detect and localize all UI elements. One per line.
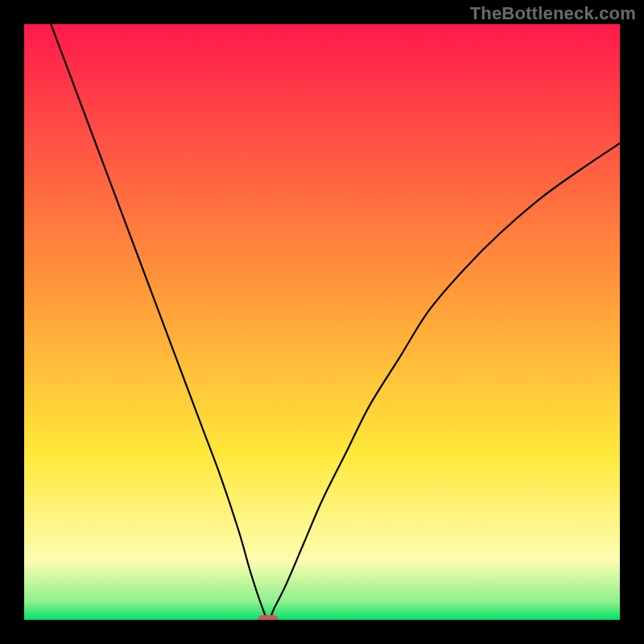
- optimum-marker: [258, 615, 279, 620]
- chart-frame: TheBottleneck.com: [0, 0, 644, 644]
- plot-area: [24, 24, 620, 620]
- watermark-text: TheBottleneck.com: [470, 3, 636, 24]
- bottleneck-curve: [24, 24, 620, 620]
